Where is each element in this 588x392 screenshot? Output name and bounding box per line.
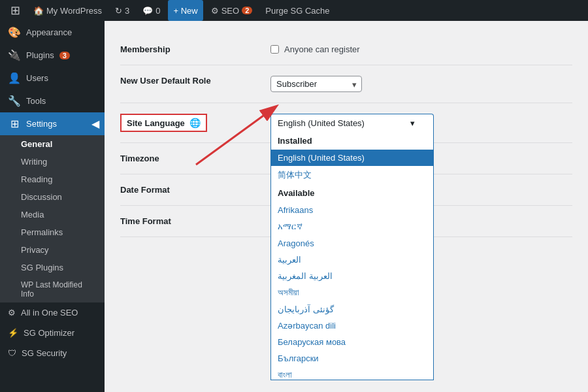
sidebar-submenu-general[interactable]: General [0, 135, 105, 153]
lang-item-zh-cn[interactable]: 简体中文 [271, 166, 433, 184]
lang-item-aragones[interactable]: Aragonés [271, 235, 433, 252]
settings-icon: ⊞ [8, 118, 21, 130]
sg-security-label: SG Security [22, 348, 67, 358]
seo-item[interactable]: ⚙ SEO 2 [206, 0, 258, 21]
settings-arrow-icon: ◀ [91, 118, 99, 130]
sidebar-submenu-media[interactable]: Media [0, 206, 105, 223]
date-format-label: Date Format [120, 174, 264, 206]
aio-seo-label: All in One SEO [21, 308, 78, 318]
default-role-label: New User Default Role [120, 65, 264, 103]
main-layout: 🎨 Appearance 🔌 Plugins 3 👤 Users 🔧 Tools… [0, 21, 588, 392]
sidebar-item-all-in-one-seo[interactable]: ⚙ All in One SEO [0, 302, 105, 323]
general-label: General [21, 139, 52, 149]
sg-security-icon: 🛡 [8, 348, 16, 358]
sidebar-item-sg-security[interactable]: 🛡 SG Security [0, 343, 105, 363]
lang-item-afrikaans[interactable]: Afrikaans [271, 202, 433, 218]
site-name-item[interactable]: 🏠 My WordPress [28, 0, 107, 21]
site-name: My WordPress [46, 6, 102, 16]
updates-icon: ↻ [115, 6, 122, 16]
site-language-value: English (United States) ▾ Installed Engl… [264, 103, 572, 143]
comments-item[interactable]: 💬 0 [137, 0, 165, 21]
sidebar-item-users[interactable]: 👤 Users [0, 67, 105, 90]
comment-icon: 💬 [142, 6, 153, 16]
admin-bar: ⊞ 🏠 My WordPress ↻ 3 💬 0 + New ⚙ SEO 2 P… [0, 0, 588, 21]
lang-item-bengali[interactable]: বাংলা [271, 367, 433, 380]
sidebar-submenu-wp-last-modified[interactable]: WP Last Modified Info [0, 276, 105, 302]
sidebar-item-label: Appearance [26, 27, 72, 37]
selected-language-text: English (United States) [278, 118, 365, 128]
media-label: Media [21, 210, 44, 220]
lang-item-en-us[interactable]: English (United States) [271, 150, 433, 166]
updates-item[interactable]: ↻ 3 [110, 0, 135, 21]
settings-submenu: General Writing Reading Discussion Media… [0, 135, 105, 302]
available-group-header: Available [271, 184, 433, 202]
sg-optimizer-icon: ⚡ [8, 328, 18, 338]
lang-item-azerbaijani-south[interactable]: گؤنئی آذربایجان [271, 301, 433, 318]
lang-item-amharic[interactable]: አማርኛ [271, 218, 433, 235]
purge-label: Purge SG Cache [265, 6, 329, 16]
aio-seo-icon: ⚙ [8, 308, 16, 318]
sidebar-submenu-privacy[interactable]: Privacy [0, 241, 105, 259]
site-language-th: Site Language 🌐 [120, 103, 264, 143]
default-role-row: New User Default Role Subscriber Contrib… [120, 65, 572, 103]
language-select-trigger[interactable]: English (United States) ▾ [270, 114, 434, 132]
sidebar-item-label: Users [26, 73, 48, 83]
lang-item-belarusian[interactable]: Беларуская мова [271, 334, 433, 350]
sg-optimizer-label: SG Optimizer [24, 328, 74, 338]
lang-item-bulgarian[interactable]: Български [271, 350, 433, 367]
tools-icon: 🔧 [8, 95, 21, 107]
seo-icon: ⚙ [211, 6, 219, 16]
wp-icon: ⊞ [10, 3, 20, 18]
sidebar-item-appearance[interactable]: 🎨 Appearance [0, 21, 105, 44]
permalinks-label: Permalinks [21, 227, 63, 237]
membership-checkbox-label: Anyone can register [284, 44, 360, 54]
lang-item-assamese[interactable]: অসমীয়া [271, 284, 433, 301]
new-label: + New [173, 6, 197, 16]
settings-table: Membership Anyone can register New User … [120, 34, 572, 237]
content-area: Membership Anyone can register New User … [105, 21, 588, 392]
installed-group-header: Installed [271, 132, 433, 150]
updates-count: 3 [125, 6, 129, 16]
sg-plugins-label: SG Plugins [21, 263, 63, 272]
plugins-badge: 3 [59, 52, 70, 59]
membership-value: Anyone can register [264, 34, 572, 65]
writing-label: Writing [21, 157, 47, 167]
language-dropdown-container: English (United States) ▾ Installed Engl… [270, 114, 434, 132]
dropdown-chevron-icon: ▾ [410, 118, 415, 128]
sidebar-submenu-permalinks[interactable]: Permalinks [0, 223, 105, 241]
appearance-icon: 🎨 [8, 26, 21, 39]
sidebar-submenu-reading[interactable]: Reading [0, 171, 105, 188]
default-role-select-wrapper: Subscriber Contributor Author Editor Adm… [270, 76, 362, 92]
seo-badge: 2 [242, 7, 252, 14]
membership-label: Membership [120, 34, 264, 65]
lang-item-azerbaijani[interactable]: Azərbaycan dili [271, 318, 433, 334]
timezone-label: Timezone [120, 143, 264, 174]
lang-item-arabic[interactable]: العربية [271, 252, 433, 268]
default-role-select[interactable]: Subscriber Contributor Author Editor Adm… [270, 76, 362, 92]
sidebar-item-label: Settings [26, 119, 57, 129]
sidebar-item-settings[interactable]: ⊞ Settings ◀ [0, 112, 105, 135]
comments-count: 0 [155, 6, 160, 16]
site-language-label-text: Site Language [127, 118, 185, 128]
time-format-label: Time Format [120, 206, 264, 237]
sidebar: 🎨 Appearance 🔌 Plugins 3 👤 Users 🔧 Tools… [0, 21, 105, 392]
site-language-highlight-box: Site Language 🌐 [120, 114, 207, 132]
sidebar-item-label: Plugins [26, 50, 54, 60]
sidebar-submenu-writing[interactable]: Writing [0, 153, 105, 171]
sidebar-item-plugins[interactable]: 🔌 Plugins 3 [0, 44, 105, 67]
discussion-label: Discussion [21, 192, 62, 202]
lang-item-arabic-moroccan[interactable]: العربية المغربية [271, 268, 433, 284]
wp-logo-item[interactable]: ⊞ [5, 0, 25, 21]
site-language-globe-icon: 🌐 [189, 118, 201, 128]
default-role-value: Subscriber Contributor Author Editor Adm… [264, 65, 572, 103]
purge-cache-item[interactable]: Purge SG Cache [260, 0, 335, 21]
sidebar-submenu-sg-plugins[interactable]: SG Plugins [0, 259, 105, 276]
sidebar-submenu-discussion[interactable]: Discussion [0, 188, 105, 206]
membership-row: Membership Anyone can register [120, 34, 572, 65]
site-language-row: Site Language 🌐 English (United States) … [120, 103, 572, 143]
new-item[interactable]: + New [168, 0, 203, 21]
sidebar-item-tools[interactable]: 🔧 Tools [0, 90, 105, 112]
membership-checkbox[interactable] [270, 45, 279, 54]
sidebar-item-sg-optimizer[interactable]: ⚡ SG Optimizer [0, 323, 105, 343]
language-dropdown-list[interactable]: Installed English (United States) 简体中文 A… [270, 132, 434, 380]
